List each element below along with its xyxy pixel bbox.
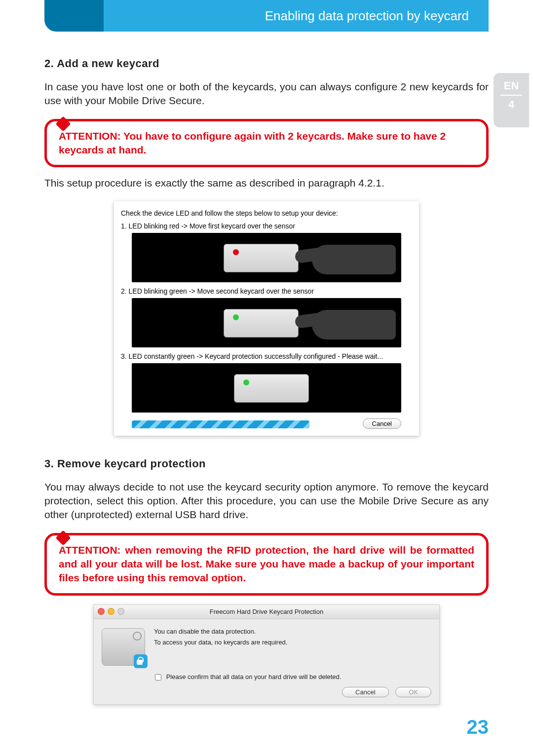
wizard-intro: Check the device LED and follow the step…	[121, 209, 412, 217]
wizard-step-2: 2. LED blinking green -> Move second key…	[121, 287, 412, 295]
language-code: EN	[494, 80, 529, 92]
language-tab: EN 4	[494, 73, 529, 127]
close-icon[interactable]	[98, 608, 105, 615]
wizard-step-1: 1. LED blinking red -> Move first keycar…	[121, 222, 412, 230]
wizard-screenshot: Check the device LED and follow the step…	[114, 201, 419, 436]
section-2-heading: 2. Add a new keycard	[44, 57, 489, 70]
device-icon	[224, 309, 299, 338]
drive-icon	[102, 628, 145, 666]
led-red-icon	[233, 249, 239, 255]
section-2-paragraph: In case you have lost one or both of the…	[44, 80, 489, 108]
attention-box-2: ATTENTION: when removing the RFID protec…	[44, 533, 489, 596]
lock-icon	[134, 654, 148, 668]
page-number: 23	[467, 716, 489, 738]
section-3-heading: 3. Remove keycard protection	[44, 457, 489, 470]
header-tab	[44, 0, 104, 32]
wizard-image-1	[132, 233, 401, 282]
language-divider	[500, 95, 522, 96]
page-header: Enabling data protection by keycard	[44, 0, 489, 32]
attention-box-1: ATTENTION: You have to configure again w…	[44, 119, 489, 168]
progress-bar	[132, 420, 309, 428]
device-icon	[224, 244, 299, 272]
confirm-checkbox[interactable]	[155, 674, 161, 680]
attention-text-1: ATTENTION: You have to configure again w…	[59, 129, 474, 157]
wizard-image-3	[132, 363, 401, 413]
wizard-step-3: 3. LED constantly green -> Keycard prote…	[121, 352, 412, 360]
dialog-ok-button[interactable]: OK	[395, 687, 431, 697]
hand-icon	[297, 300, 396, 344]
header-title: Enabling data protection by keycard	[104, 0, 489, 32]
zoom-icon[interactable]	[117, 608, 124, 615]
confirm-label: Please confirm that all data on your har…	[166, 673, 342, 680]
disable-line-2: To access your data, no keycards are req…	[154, 637, 431, 648]
confirm-row: Please confirm that all data on your har…	[94, 669, 439, 684]
wizard-cancel-button[interactable]: Cancel	[363, 418, 401, 429]
device-icon	[234, 374, 309, 403]
window-controls[interactable]	[98, 608, 124, 615]
wizard-image-2	[132, 298, 401, 347]
section-3-paragraph: You may always decide to not use the key…	[44, 480, 489, 522]
dialog-cancel-button[interactable]: Cancel	[342, 687, 388, 697]
led-green-icon	[243, 379, 249, 385]
chapter-number: 4	[494, 99, 529, 111]
section-2-after: This setup procedure is exactly the same…	[44, 176, 489, 190]
minimize-icon[interactable]	[108, 608, 114, 615]
led-green-icon	[233, 314, 239, 320]
dialog-titlebar: Freecom Hard Drive Keycard Protection	[94, 605, 439, 619]
attention-text-2: ATTENTION: when removing the RFID protec…	[59, 543, 474, 585]
hand-icon	[297, 235, 396, 279]
dialog-title: Freecom Hard Drive Keycard Protection	[210, 608, 323, 615]
disable-dialog-screenshot: Freecom Hard Drive Keycard Protection Yo…	[93, 605, 440, 705]
disable-line-1: You can disable the data protection.	[154, 626, 431, 637]
